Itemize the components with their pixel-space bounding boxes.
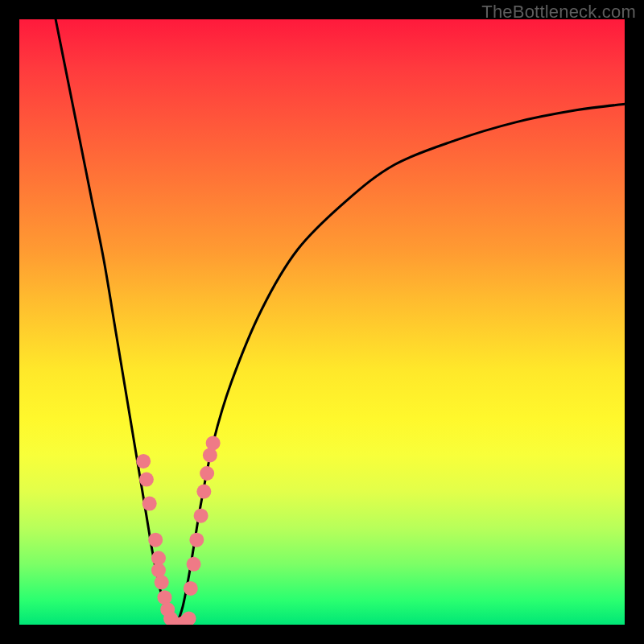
marker-dot	[155, 575, 169, 589]
marker-dot	[184, 581, 198, 596]
marker-dot	[206, 436, 221, 450]
marker-dot	[148, 533, 163, 547]
marker-dot	[157, 590, 171, 605]
series-path-right-branch	[177, 104, 625, 625]
plot-area	[19, 19, 625, 625]
marker-dot	[142, 497, 157, 511]
series-right-branch	[177, 104, 625, 625]
marker-dot	[189, 533, 204, 547]
marker-dot	[136, 454, 151, 469]
marker-dot	[182, 611, 196, 625]
marker-dot	[200, 466, 214, 481]
marker-dot	[203, 448, 217, 462]
marker-dot	[187, 557, 201, 572]
marker-dot	[196, 485, 211, 499]
outer-frame: TheBottleneck.com	[0, 0, 644, 644]
marker-dot	[151, 563, 166, 577]
marker-dot	[194, 509, 208, 523]
chart-svg	[19, 19, 625, 625]
marker-dot	[139, 473, 154, 487]
